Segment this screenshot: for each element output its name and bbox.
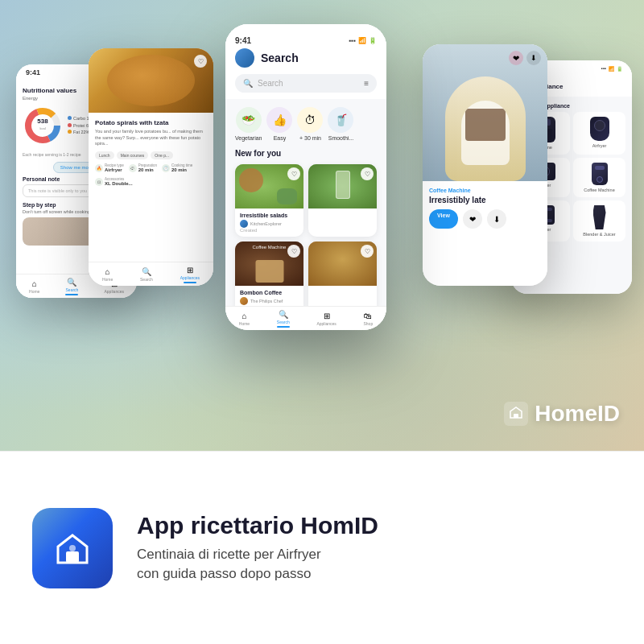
salad-title: Irresistible salads: [240, 213, 299, 218]
nav-search-shop-label: Shop: [364, 321, 374, 326]
search-icon-recipe: 🔍: [142, 267, 151, 276]
coffee-down-btn[interactable]: ⬇: [487, 209, 506, 229]
appliance-card-airfryer[interactable]: Airfryer: [573, 112, 625, 155]
chip-vegetarian[interactable]: 🥗 Vegetarian: [235, 107, 262, 141]
prep-time: 20 min: [138, 167, 157, 172]
salad-label: Created: [240, 228, 299, 233]
appliances-status-icons: ▪▪▪ 📶 🔋: [601, 66, 622, 72]
recipe-type-value: Airfryer: [105, 167, 124, 172]
phone-coffee: ❤ ⬇ Coffee Machine Irresistibly late Vie…: [423, 44, 547, 286]
meta-prep: ⏱ Preparation 20 min: [129, 163, 157, 172]
coffee2-favorite-icon[interactable]: ♡: [361, 245, 374, 258]
salad-favorite-icon[interactable]: ♡: [287, 167, 300, 180]
wifi-appliances-icon: 📶: [609, 66, 614, 72]
search-status-bar: 9:41 ▪▪▪ 📶 🔋: [235, 32, 377, 48]
coffee-heart-btn[interactable]: ❤: [463, 209, 482, 229]
donut-chart: 538 kcal: [23, 105, 63, 146]
app-subtitle-line2: con guida passo dopo passo: [137, 564, 612, 584]
recipe-card-coffee2-img: ♡: [308, 242, 377, 286]
nav-recipe-search[interactable]: 🔍 Search: [140, 267, 153, 282]
recipe-grid: ♡ Irresistible salads KitchenExplorer Cr…: [225, 164, 386, 314]
nav-search-search[interactable]: 🔍 Search: [277, 310, 290, 328]
nav-search-search-label: Search: [277, 320, 290, 324]
recipe-description: You and your family love potatoes bu... …: [95, 129, 207, 147]
chip-time[interactable]: ⏱ + 30 min: [297, 107, 323, 141]
coffee-heart-icon[interactable]: ❤: [509, 51, 523, 65]
salad-author-name: KitchenExplorer: [250, 221, 282, 226]
nav-recipe-home[interactable]: ⌂ Home: [102, 267, 113, 282]
smoothie-icon: 🥤: [328, 107, 353, 133]
recipe-card-coffee1-img: Coffee Machine ♡: [235, 242, 303, 286]
search-nav-icon: 🔍: [67, 278, 76, 287]
nav-search-home-label: Home: [239, 321, 250, 326]
airfryer-icon: [590, 117, 609, 141]
filter-icon[interactable]: ≡: [364, 79, 369, 88]
nav-active-indicator: [65, 294, 78, 295]
chip-smoothie-label: Smoothi...: [328, 135, 354, 141]
search-user-avatar: [235, 48, 254, 68]
nav-search-shop[interactable]: 🛍 Shop: [364, 312, 374, 326]
chip-vegetarian-label: Vegetarian: [235, 135, 262, 141]
coffee-machine-label: Coffee Machine: [253, 245, 287, 250]
signal-search-icon: ▪▪▪: [349, 37, 356, 44]
time-icon: ⏱: [297, 107, 323, 133]
coffee-save-icon[interactable]: ⬇: [526, 51, 541, 65]
phone-search-screen: 9:41 ▪▪▪ 📶 🔋 Search 🔍 Search: [225, 24, 386, 330]
bottom-section: App ricettario HomID Centinaia di ricett…: [0, 451, 644, 644]
recipe-card-salad[interactable]: ♡ Irresistible salads KitchenExplorer Cr…: [235, 164, 303, 237]
homeid-logo-icon: [504, 402, 528, 426]
nav-active-indicator-recipe: [184, 282, 196, 283]
nav-recipe-appliances[interactable]: ⊞ Appliances: [180, 266, 200, 283]
chip-time-label: + 30 min: [299, 135, 321, 141]
recipe-card-coffee2[interactable]: ♡: [308, 242, 377, 314]
mason-favorite-icon[interactable]: ♡: [361, 167, 374, 180]
meta-accessories: ⊡ Accessories XL Double...: [95, 177, 133, 186]
bottom-nav-search: ⌂ Home 🔍 Search ⊞ Appliances 🛍 Shop: [225, 306, 386, 330]
chip-smoothie[interactable]: 🥤 Smoothi...: [328, 107, 353, 141]
easy-icon: 👍: [266, 107, 292, 133]
battery-search-icon: 🔋: [369, 37, 377, 44]
nav-search-appliances-label: Appliances: [316, 321, 336, 326]
homeid-brand: HomeID: [504, 401, 620, 427]
recipe-card-mason[interactable]: ♡: [308, 164, 377, 237]
coffee-category-label: Coffee Machine: [429, 188, 541, 193]
tag-one: One p...: [151, 151, 173, 159]
recipe-card-coffee1[interactable]: Coffee Machine ♡ Bombon Coffee The Phili…: [235, 242, 303, 314]
appliance-card-blender[interactable]: Blender & Juicer: [573, 200, 625, 242]
nav-recipe-search-label: Search: [140, 277, 153, 282]
home-icon-search: ⌂: [242, 312, 246, 320]
tag-main: Main courses: [117, 151, 149, 159]
app-subtitle-line1: Centinaia di ricette per Airfryer: [137, 545, 612, 564]
nav-recipe-home-label: Home: [102, 277, 113, 282]
search-status-icons: ▪▪▪ 📶 🔋: [349, 37, 377, 44]
coffee1-author-avatar: [240, 297, 248, 305]
nav-home[interactable]: ⌂ Home: [29, 279, 39, 294]
coffeemaker-icon: [592, 163, 608, 185]
nav-search[interactable]: 🔍 Search: [65, 278, 78, 295]
coffee-body: Coffee Machine Irresistibly late View ❤ …: [423, 181, 547, 235]
appliances-icon-recipe: ⊞: [187, 266, 193, 275]
coffee-action-icons: ❤ ⬇: [509, 51, 541, 65]
blender-icon: [593, 205, 606, 229]
coffee-machine-name: Coffee Machine: [584, 188, 614, 192]
nav-appliances-label: Appliances: [105, 289, 124, 294]
recipe-body: Potato spirals with tzata You and your f…: [89, 113, 213, 192]
salad-author-row: KitchenExplorer: [240, 220, 299, 228]
coffee-view-button[interactable]: View: [429, 209, 458, 229]
hero-section: 9:41 ▪▪▪ 📶 🔋 Nutritional values Energy: [0, 0, 644, 451]
search-bar[interactable]: 🔍 Search ≡: [235, 74, 377, 93]
time-nutrition: 9:41: [26, 68, 40, 76]
svg-point-9: [69, 545, 76, 551]
nav-home-label: Home: [29, 289, 39, 294]
nav-search-appliances[interactable]: ⊞ Appliances: [316, 312, 336, 326]
coffee1-favorite-icon[interactable]: ♡: [287, 245, 300, 258]
recipe-card-salad-body: Irresistible salads KitchenExplorer Crea…: [235, 208, 303, 237]
appliance-card-coffee[interactable]: Coffee Machine: [573, 158, 625, 197]
prep-icon: ⏱: [129, 164, 137, 172]
nav-search-home[interactable]: ⌂ Home: [239, 312, 250, 326]
recipe-card-salad-img: ♡: [235, 164, 303, 208]
phone-recipe: ♡ Potato spirals with tzata You and your…: [89, 48, 213, 286]
home-icon: ⌂: [32, 279, 37, 288]
recipe-favorite-icon[interactable]: ♡: [194, 55, 207, 68]
chip-easy[interactable]: 👍 Easy: [266, 107, 292, 141]
